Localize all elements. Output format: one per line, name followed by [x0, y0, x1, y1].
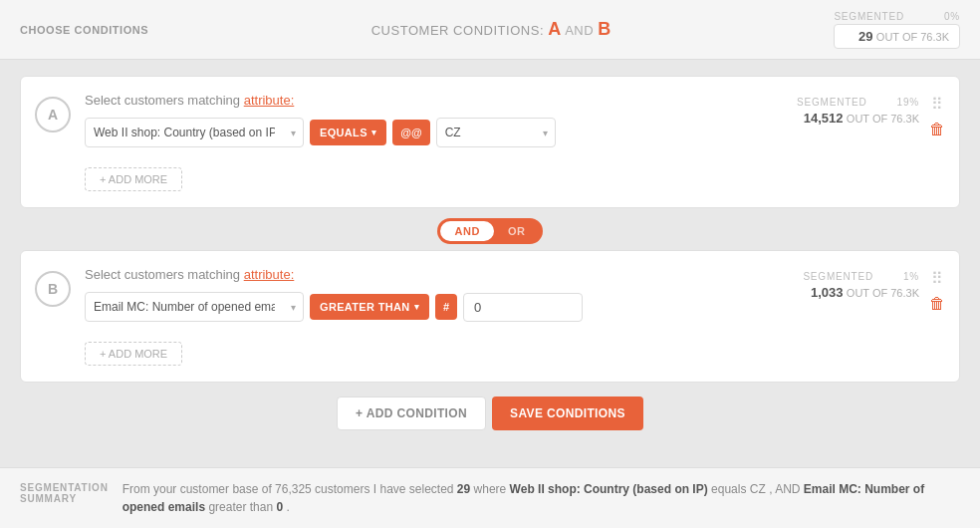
condition-a-header: Select customers matching attribute:: [85, 93, 781, 108]
condition-b-block: B Select customers matching attribute: E…: [21, 251, 959, 382]
top-bar: CHOOSE CONDITIONS CUSTOMER CONDITIONS: A…: [0, 0, 980, 60]
condition-a-attr-select-wrapper[interactable]: Web II shop: Country (based on IP): [85, 118, 304, 147]
condition-b-seg-text: SEGMENTED: [803, 271, 873, 282]
condition-a-block: A Select customers matching attribute: W…: [21, 77, 959, 207]
summary-val2: 0: [276, 500, 283, 514]
summary-count: 29: [457, 482, 470, 496]
choose-conditions-title: CHOOSE CONDITIONS: [20, 24, 148, 36]
summary-text-part6: .: [287, 500, 290, 514]
summary-val1: CZ: [750, 482, 766, 496]
customer-conditions-label: CUSTOMER CONDITIONS: A AND B: [148, 19, 834, 40]
summary-text-part2: where: [474, 482, 507, 496]
page-wrapper: CHOOSE CONDITIONS CUSTOMER CONDITIONS: A…: [0, 0, 980, 528]
condition-a-value-select-wrapper[interactable]: CZ: [436, 118, 556, 147]
condition-a-type-badge: @@: [392, 120, 429, 145]
condition-b-delete-btn[interactable]: 🗑: [929, 295, 945, 313]
condition-b-add-more-btn[interactable]: + ADD MORE: [85, 342, 182, 366]
condition-a-letter: A: [35, 97, 71, 132]
or-toggle-option[interactable]: OR: [494, 221, 540, 241]
condition-b-type-badge: #: [435, 294, 457, 320]
condition-b-seg-label: SEGMENTED 1%: [803, 271, 919, 282]
condition-a-out-of: OUT OF 76.3K: [847, 113, 919, 125]
top-segmented-box: SEGMENTED 0% 29 OUT OF 76.3K: [834, 11, 960, 49]
condition-a-actions: ⠿ 🗑: [929, 97, 945, 138]
condition-a-row: Web II shop: Country (based on IP) EQUAL…: [85, 118, 781, 147]
conditions-card-b: B Select customers matching attribute: E…: [20, 250, 960, 383]
condition-a-seg-label: SEGMENTED 19%: [797, 97, 919, 108]
top-segmented-count: 29: [858, 29, 872, 44]
top-segmented-count-box: 29 OUT OF 76.3K: [834, 24, 960, 49]
condition-b-seg-count: 1,033 OUT OF 76.3K: [803, 285, 919, 300]
condition-b-operator-btn[interactable]: GREATER THAN ▾: [310, 294, 429, 320]
condition-a-seg-pct: 19%: [897, 97, 919, 108]
condition-b-actions: ⠿ 🗑: [929, 271, 945, 313]
summary-section-label: SEGMENTATIONSUMMARY: [20, 482, 109, 516]
main-content: A Select customers matching attribute: W…: [0, 60, 980, 467]
condition-b-header-text: Select customers matching: [85, 267, 240, 282]
condition-a-operator-btn[interactable]: EQUALS ▾: [310, 120, 386, 145]
condition-a-delete-btn[interactable]: 🗑: [929, 121, 945, 138]
top-segmented-text: SEGMENTED: [834, 11, 904, 22]
condition-a-operator-chevron: ▾: [371, 128, 376, 137]
condition-b-row: Email MC: Number of opened emails GREATE…: [85, 292, 787, 322]
top-segmented-label: SEGMENTED 0%: [834, 11, 960, 22]
condition-b-value-input[interactable]: [463, 293, 583, 322]
summary-text-part4: , AND: [769, 482, 800, 496]
add-condition-btn[interactable]: + ADD CONDITION: [337, 396, 486, 430]
condition-a-attr-link[interactable]: attribute:: [244, 93, 295, 108]
condition-a-value-select[interactable]: CZ: [436, 118, 556, 147]
save-conditions-btn[interactable]: SAVE CONDITIONS: [492, 396, 643, 430]
condition-a-count: 14,512: [804, 111, 844, 126]
condition-b-count: 1,033: [811, 285, 844, 300]
condition-b-attr-select[interactable]: Email MC: Number of opened emails: [85, 292, 304, 322]
condition-b-seg-pct: 1%: [903, 271, 919, 282]
condition-a-seg-text: SEGMENTED: [797, 97, 867, 108]
summary-text: From your customer base of 76,325 custom…: [122, 480, 960, 516]
and-or-toggle: AND OR: [20, 218, 960, 244]
condition-a-segmented: SEGMENTED 19% 14,512 OUT OF 76.3K: [797, 97, 919, 126]
condition-a-attr-select[interactable]: Web II shop: Country (based on IP): [85, 118, 304, 147]
summary-text-part3: equals: [711, 482, 746, 496]
toggle-container: AND OR: [437, 218, 542, 244]
top-segmented-percent: 0%: [944, 11, 960, 22]
condition-b-drag-handle[interactable]: ⠿: [931, 271, 943, 287]
condition-a-inner: Select customers matching attribute: Web…: [85, 93, 781, 191]
condition-a-label: A: [548, 19, 562, 39]
condition-b-segmented: SEGMENTED 1% 1,033 OUT OF 76.3K: [803, 271, 919, 300]
condition-b-operator-label: GREATER THAN: [320, 301, 410, 313]
condition-a-add-more-btn[interactable]: + ADD MORE: [85, 167, 182, 191]
conditions-card: A Select customers matching attribute: W…: [20, 76, 960, 208]
and-text: AND: [565, 23, 594, 38]
condition-a-header-text: Select customers matching: [85, 93, 240, 108]
condition-b-header: Select customers matching attribute:: [85, 267, 787, 282]
condition-a-drag-handle[interactable]: ⠿: [931, 97, 943, 113]
condition-b-attr-select-wrapper[interactable]: Email MC: Number of opened emails: [85, 292, 304, 322]
condition-b-operator-chevron: ▾: [414, 302, 419, 312]
condition-b-label: B: [598, 19, 612, 39]
condition-b-out-of: OUT OF 76.3K: [847, 287, 919, 299]
summary-text-part5: greater than: [208, 500, 273, 514]
condition-a-operator-label: EQUALS: [320, 127, 368, 138]
action-buttons: + ADD CONDITION SAVE CONDITIONS: [20, 396, 960, 430]
condition-b-attr-link[interactable]: attribute:: [244, 267, 295, 282]
condition-a-seg-count: 14,512 OUT OF 76.3K: [797, 111, 919, 126]
condition-b-inner: Select customers matching attribute: Ema…: [85, 267, 787, 366]
summary-text-part1: From your customer base of 76,325 custom…: [122, 482, 454, 496]
conditions-label-text: CUSTOMER CONDITIONS:: [371, 23, 544, 38]
summary-attr1: Web II shop: Country (based on IP): [510, 482, 708, 496]
top-segmented-out-of: OUT OF 76.3K: [876, 31, 949, 43]
summary-bar: SEGMENTATIONSUMMARY From your customer b…: [0, 467, 980, 528]
and-toggle-option[interactable]: AND: [440, 221, 493, 241]
condition-b-letter: B: [35, 271, 71, 307]
